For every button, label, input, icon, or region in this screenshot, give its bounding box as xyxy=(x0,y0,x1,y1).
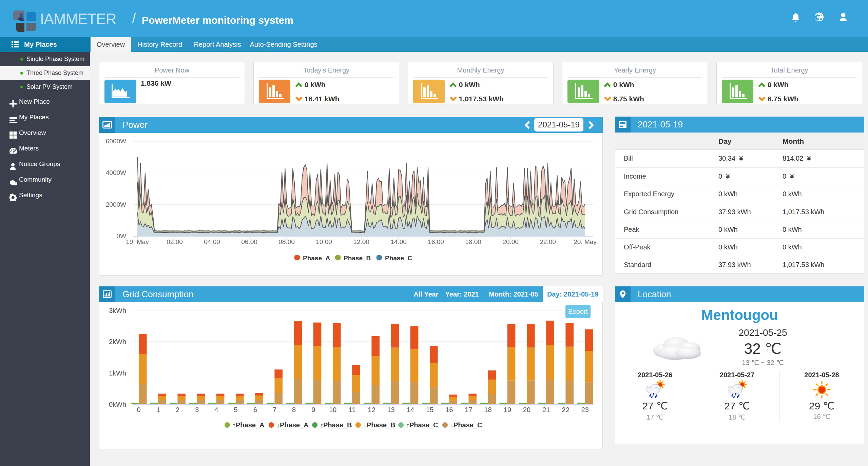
svg-text:17: 17 xyxy=(465,406,472,413)
svg-text:19. May: 19. May xyxy=(126,238,149,245)
svg-text:20. May: 20. May xyxy=(574,238,597,245)
svg-text:19: 19 xyxy=(504,406,511,413)
svg-text:23: 23 xyxy=(581,406,589,413)
svg-text:7: 7 xyxy=(273,406,276,413)
svg-text:3: 3 xyxy=(195,406,199,413)
svg-text:1kWh: 1kWh xyxy=(109,369,126,377)
svg-text:14: 14 xyxy=(407,406,414,413)
svg-text:10: 10 xyxy=(329,406,336,413)
svg-text:15: 15 xyxy=(426,406,433,413)
svg-text:20:00: 20:00 xyxy=(502,238,519,245)
svg-text:0: 0 xyxy=(137,406,140,413)
svg-text:Phase_B: Phase_B xyxy=(344,255,371,262)
svg-text:0W: 0W xyxy=(117,232,127,240)
svg-text:0kWh: 0kWh xyxy=(109,401,126,408)
svg-text:13: 13 xyxy=(387,406,394,413)
svg-text:Phase_C: Phase_C xyxy=(385,255,412,262)
svg-text:↑Phase_C: ↑Phase_C xyxy=(406,421,438,429)
svg-text:21: 21 xyxy=(542,406,550,413)
svg-text:6000W: 6000W xyxy=(106,138,126,145)
svg-text:06:00: 06:00 xyxy=(241,238,257,245)
svg-text:08:00: 08:00 xyxy=(278,238,295,245)
svg-text:12: 12 xyxy=(368,406,375,413)
svg-text:↑Phase_A: ↑Phase_A xyxy=(232,421,265,429)
svg-text:4: 4 xyxy=(214,406,218,413)
svg-text:3kWh: 3kWh xyxy=(109,307,126,314)
svg-text:8: 8 xyxy=(292,406,296,413)
svg-text:11: 11 xyxy=(349,406,356,413)
svg-text:1: 1 xyxy=(156,406,160,413)
svg-text:6: 6 xyxy=(253,406,257,413)
svg-text:22:00: 22:00 xyxy=(540,238,556,245)
svg-text:12:00: 12:00 xyxy=(353,238,369,245)
svg-text:16: 16 xyxy=(445,406,453,413)
svg-text:04:00: 04:00 xyxy=(204,238,220,245)
svg-text:2kWh: 2kWh xyxy=(109,338,126,345)
svg-text:4000W: 4000W xyxy=(106,169,126,176)
svg-text:↓Phase_B: ↓Phase_B xyxy=(363,421,396,429)
svg-text:16:00: 16:00 xyxy=(428,238,444,245)
svg-text:2000W: 2000W xyxy=(106,201,126,208)
svg-text:20: 20 xyxy=(523,406,531,413)
svg-text:22: 22 xyxy=(562,406,569,413)
svg-text:02:00: 02:00 xyxy=(167,238,183,245)
svg-text:↓Phase_C: ↓Phase_C xyxy=(450,421,482,429)
svg-text:10:00: 10:00 xyxy=(316,238,332,245)
svg-text:Phase_A: Phase_A xyxy=(303,255,330,262)
svg-text:5: 5 xyxy=(234,406,237,413)
svg-text:↑Phase_B: ↑Phase_B xyxy=(320,421,352,429)
svg-text:18: 18 xyxy=(484,406,491,413)
svg-text:9: 9 xyxy=(311,406,315,413)
svg-text:18:00: 18:00 xyxy=(465,238,481,245)
svg-text:2: 2 xyxy=(176,406,179,413)
svg-text:14:00: 14:00 xyxy=(390,238,407,245)
svg-text:↓Phase_A: ↓Phase_A xyxy=(276,421,309,429)
